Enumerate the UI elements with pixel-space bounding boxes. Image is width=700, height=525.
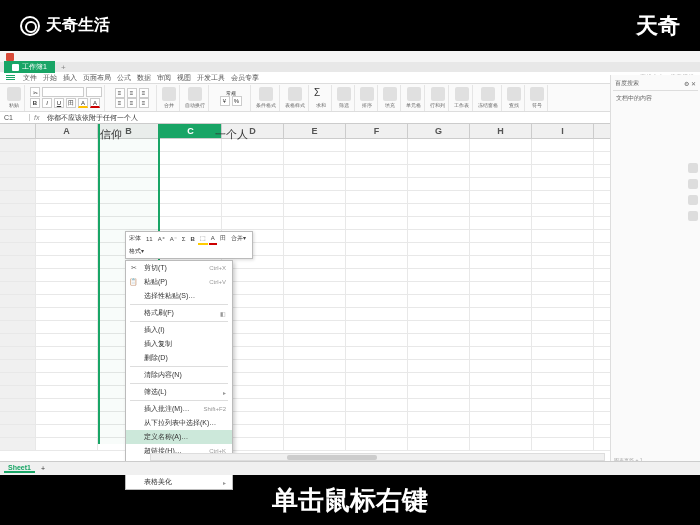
ribbon-number[interactable]: 常规¥%: [211, 85, 251, 111]
context-menu-item[interactable]: 插入批注(M)…Shift+F2: [126, 402, 232, 416]
ribbon-toolbar: 粘贴 ✂ BIU田AA ≡≡≡ ≡≡≡ 合并 自动换行 常规¥% 条件格式 表格…: [0, 84, 700, 112]
context-menu-item[interactable]: 插入(I): [126, 323, 232, 337]
ribbon-symbol[interactable]: 符号: [527, 85, 548, 111]
add-tab-button[interactable]: +: [55, 63, 72, 72]
align-right-icon[interactable]: ≡: [139, 98, 149, 108]
menu-data[interactable]: 数据: [137, 73, 151, 83]
grid-rows[interactable]: [0, 139, 700, 451]
mini-size-dn[interactable]: A⁻: [168, 233, 179, 245]
panel-close-icon[interactable]: ✕: [691, 80, 696, 87]
paste-icon: [7, 87, 21, 101]
context-menu-item[interactable]: 📋粘贴(P)Ctrl+V: [126, 275, 232, 289]
underline-button[interactable]: U: [54, 98, 64, 108]
side-tool-4[interactable]: [688, 211, 698, 221]
ribbon-sort[interactable]: 排序: [357, 85, 378, 111]
mini-fill[interactable]: ⬚: [198, 233, 208, 245]
ribbon-sum[interactable]: Σ求和: [311, 85, 332, 111]
context-menu-item[interactable]: 选择性粘贴(S)…: [126, 289, 232, 303]
side-tool-3[interactable]: [688, 195, 698, 205]
banner-right-text: 天奇: [636, 11, 680, 41]
mini-size[interactable]: 11: [144, 233, 155, 245]
fill-color-button[interactable]: A: [78, 98, 88, 108]
ribbon-filter[interactable]: 筛选: [334, 85, 355, 111]
ribbon-rowcol[interactable]: 行和列: [427, 85, 449, 111]
context-menu-item[interactable]: 清除内容(N): [126, 368, 232, 382]
cell-visible-text: 信仰 一个人: [100, 127, 248, 142]
cut-icon[interactable]: ✂: [30, 87, 40, 97]
side-tool-2[interactable]: [688, 179, 698, 189]
currency-icon[interactable]: ¥: [220, 96, 230, 106]
col-header-a[interactable]: A: [36, 124, 98, 138]
right-panel-header[interactable]: 百度搜索 ⚙ ✕: [613, 77, 698, 91]
menu-review[interactable]: 审阅: [157, 73, 171, 83]
name-box[interactable]: C1: [0, 114, 30, 121]
mini-color[interactable]: A: [209, 233, 217, 245]
ribbon-sheet[interactable]: 工作表: [451, 85, 473, 111]
align-left-icon[interactable]: ≡: [115, 98, 125, 108]
mini-toolbar: 宋体 11 A⁺ A⁻ Σ B ⬚ A 田 合并▾ 格式▾: [125, 231, 253, 259]
align-top-icon[interactable]: ≡: [115, 88, 125, 98]
ribbon-align-group: ≡≡≡ ≡≡≡: [107, 85, 157, 111]
menu-formula[interactable]: 公式: [117, 73, 131, 83]
fx-icon[interactable]: fx: [30, 114, 43, 121]
italic-button[interactable]: I: [42, 98, 52, 108]
panel-settings-icon[interactable]: ⚙: [684, 80, 689, 87]
bold-button[interactable]: B: [30, 98, 40, 108]
hamburger-icon[interactable]: [6, 75, 15, 80]
align-mid-icon[interactable]: ≡: [127, 88, 137, 98]
mini-size-up[interactable]: A⁺: [156, 233, 167, 245]
ribbon-find[interactable]: 查找: [504, 85, 525, 111]
ribbon-table-style[interactable]: 表格样式: [282, 85, 309, 111]
ribbon-font-group: ✂ BIU田AA: [27, 85, 105, 111]
side-tool-1[interactable]: [688, 163, 698, 173]
menu-layout[interactable]: 页面布局: [83, 73, 111, 83]
col-header-g[interactable]: G: [408, 124, 470, 138]
sheet-tab-bar: Sheet1 +: [0, 461, 700, 475]
mini-format[interactable]: 格式▾: [127, 246, 146, 258]
video-caption: 单击鼠标右键: [0, 475, 700, 525]
ribbon-merge[interactable]: 合并: [159, 85, 180, 111]
ribbon-wrap[interactable]: 自动换行: [182, 85, 209, 111]
ribbon-fill[interactable]: 填充: [380, 85, 401, 111]
ribbon-paste-group[interactable]: 粘贴: [4, 85, 25, 111]
col-header-i[interactable]: I: [532, 124, 594, 138]
table-style-icon: [288, 87, 302, 101]
percent-icon[interactable]: %: [232, 96, 242, 106]
font-color-button[interactable]: A: [90, 98, 100, 108]
col-header-e[interactable]: E: [284, 124, 346, 138]
context-menu-item[interactable]: 插入复制: [126, 337, 232, 351]
context-menu-item[interactable]: 筛选(L)▸: [126, 385, 232, 399]
menu-view[interactable]: 视图: [177, 73, 191, 83]
align-center-icon[interactable]: ≡: [127, 98, 137, 108]
font-select[interactable]: [42, 87, 84, 97]
mini-merge[interactable]: 合并▾: [229, 233, 248, 245]
mini-bold[interactable]: B: [188, 233, 196, 245]
size-select[interactable]: [86, 87, 102, 97]
align-bot-icon[interactable]: ≡: [139, 88, 149, 98]
formula-input[interactable]: 你都不应该依附于任何一个人: [43, 113, 142, 123]
select-all-corner[interactable]: [0, 124, 36, 138]
menu-insert[interactable]: 插入: [63, 73, 77, 83]
menu-home[interactable]: 开始: [43, 73, 57, 83]
context-menu-item[interactable]: 从下拉列表中选择(K)…: [126, 416, 232, 430]
col-header-f[interactable]: F: [346, 124, 408, 138]
add-sheet-button[interactable]: +: [41, 465, 45, 472]
col-header-h[interactable]: H: [470, 124, 532, 138]
menu-file[interactable]: 文件: [23, 73, 37, 83]
context-menu-item[interactable]: 定义名称(A)…: [126, 430, 232, 444]
context-menu-item[interactable]: ✂剪切(T)Ctrl+X: [126, 261, 232, 275]
ribbon-freeze[interactable]: 冻结窗格: [475, 85, 502, 111]
mini-border[interactable]: 田: [218, 233, 228, 245]
menu-dev[interactable]: 开发工具: [197, 73, 225, 83]
mini-font[interactable]: 宋体: [127, 233, 143, 245]
document-tab[interactable]: 工作簿1: [4, 61, 55, 73]
ribbon-cell[interactable]: 单元格: [403, 85, 425, 111]
ribbon-cond-format[interactable]: 条件格式: [253, 85, 280, 111]
sheet-tab-1[interactable]: Sheet1: [4, 464, 35, 473]
mini-sum[interactable]: Σ: [180, 233, 188, 245]
context-menu-item[interactable]: 删除(D): [126, 351, 232, 365]
context-menu-item[interactable]: 格式刷(F)◧: [126, 306, 232, 320]
border-button[interactable]: 田: [66, 98, 76, 108]
horizontal-scrollbar[interactable]: [150, 453, 605, 461]
menu-member[interactable]: 会员专享: [231, 73, 259, 83]
